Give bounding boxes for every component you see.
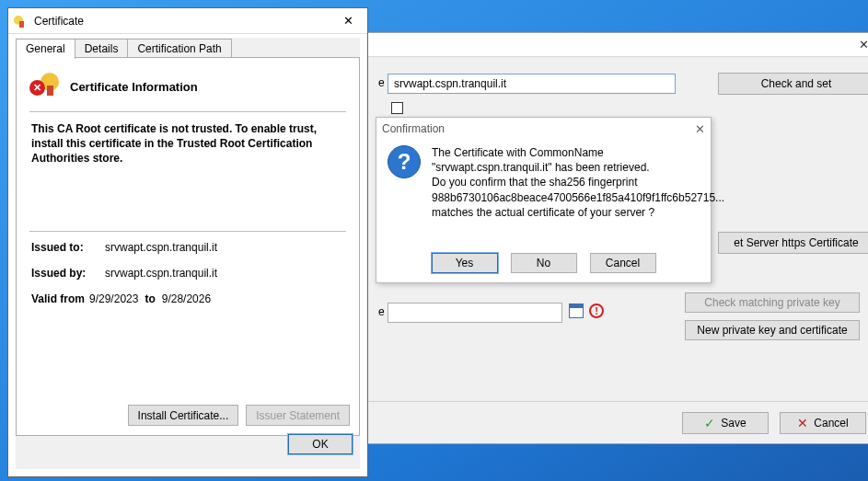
tab-details[interactable]: Details xyxy=(75,39,129,59)
cert-path-input[interactable] xyxy=(388,303,562,323)
warning-icon: ! xyxy=(589,303,604,318)
cert-titlebar: Certificate ✕ xyxy=(8,8,367,34)
issued-by-label: Issued by: xyxy=(31,267,105,280)
server-url-input[interactable] xyxy=(388,74,676,94)
cert-tabs: General Details Certification Path xyxy=(16,38,360,58)
cert-trust-message: This CA Root certificate is not trusted.… xyxy=(31,121,344,166)
valid-to-word: to xyxy=(145,292,155,305)
cutoff-label-1: e xyxy=(378,76,385,89)
confirmation-dialog: Confirmation ✕ ? The Certificate with Co… xyxy=(376,117,712,283)
issued-to-label: Issued to: xyxy=(31,241,105,254)
valid-to-value: 9/28/2026 xyxy=(162,292,211,305)
cert-info-heading: Certificate Information xyxy=(70,80,198,94)
new-key-cert-button[interactable]: New private key and certificate xyxy=(685,320,860,340)
tab-general[interactable]: General xyxy=(16,39,75,59)
bgwin-titlebar: ✕ xyxy=(365,33,868,57)
confirm-line2: "srvwapt.cspn.tranquil.it" has been retr… xyxy=(432,160,724,175)
confirm-cancel-button[interactable]: Cancel xyxy=(590,253,656,273)
confirm-line1: The Certificate with CommonName xyxy=(432,145,724,160)
cutoff-label-2: e xyxy=(378,305,385,318)
error-badge-icon: ✕ xyxy=(29,80,45,96)
save-button[interactable]: ✓ Save xyxy=(682,412,769,434)
tab-general-panel: ✕ Certificate Information This CA Root c… xyxy=(16,57,360,436)
valid-from-label: Valid from xyxy=(31,292,85,305)
certificate-icon xyxy=(14,14,29,29)
cancel-button-label: Cancel xyxy=(814,417,848,429)
manual-override-row: Manual override xyxy=(391,101,486,114)
confirmation-message: The Certificate with CommonName "srvwapt… xyxy=(432,145,724,244)
check-icon: ✓ xyxy=(704,416,715,430)
issued-by-value: srvwapt.cspn.tranquil.it xyxy=(105,267,217,280)
certificate-dialog: Certificate ✕ General Details Certificat… xyxy=(7,7,368,477)
x-icon: ✕ xyxy=(797,416,808,430)
issued-to-value: srvwapt.cspn.tranquil.it xyxy=(105,241,217,254)
bgwin-footer: ✓ Save ✕ Cancel xyxy=(365,401,868,443)
cancel-button[interactable]: ✕ Cancel xyxy=(780,412,866,434)
save-button-label: Save xyxy=(721,417,746,429)
check-and-set-button[interactable]: Check and set xyxy=(718,73,868,95)
cert-ok-button[interactable]: OK xyxy=(288,434,353,454)
confirmation-title: Confirmation xyxy=(382,122,445,135)
confirm-line5: matches the actual certificate of your s… xyxy=(432,205,724,220)
check-matching-key-button[interactable]: Check matching private key xyxy=(685,292,860,313)
confirmation-close-button[interactable]: ✕ xyxy=(695,122,705,136)
valid-from-value: 9/29/2023 xyxy=(89,292,138,305)
issuer-statement-button: Issuer Statement xyxy=(246,405,350,426)
question-icon: ? xyxy=(388,145,421,178)
calendar-icon[interactable] xyxy=(569,303,584,318)
tab-cert-path[interactable]: Certification Path xyxy=(127,39,231,59)
cert-close-button[interactable]: ✕ xyxy=(330,11,365,31)
confirm-no-button[interactable]: No xyxy=(511,253,577,273)
confirm-line3: Do you confirm that the sha256 fingerpri… xyxy=(432,175,724,189)
bgwin-close-button[interactable]: ✕ xyxy=(844,33,868,56)
confirm-line4: 988b6730106ac8beace4700566e1f85a410f9f1f… xyxy=(432,190,724,205)
manual-override-checkbox[interactable] xyxy=(391,102,403,114)
certificate-large-icon: ✕ xyxy=(29,71,61,102)
confirm-yes-button[interactable]: Yes xyxy=(432,253,498,273)
get-server-cert-button[interactable]: et Server https Certificate xyxy=(718,232,868,254)
install-certificate-button[interactable]: Install Certificate... xyxy=(128,405,239,426)
cert-window-title: Certificate xyxy=(34,15,84,28)
